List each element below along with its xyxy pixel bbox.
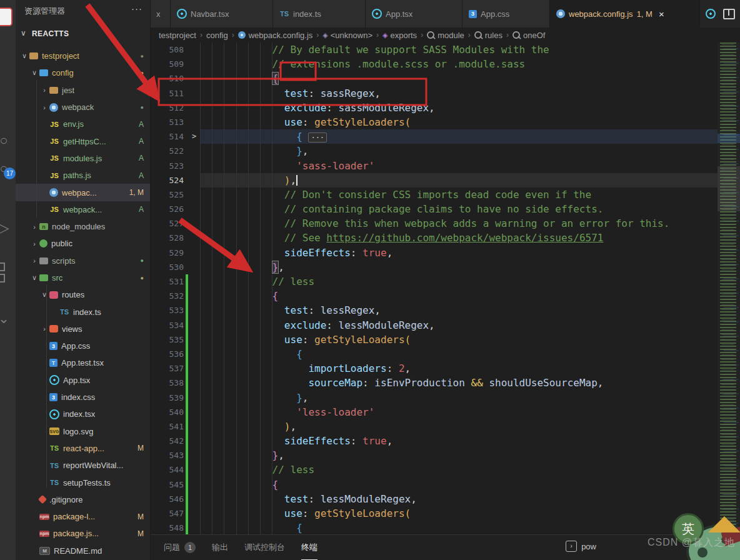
mascot-hat bbox=[708, 516, 740, 532]
extensions-icon[interactable] bbox=[0, 262, 5, 271]
src-file-icon bbox=[39, 274, 48, 281]
panel-tab-label: 调试控制台 bbox=[244, 542, 285, 553]
panel-tab-终端[interactable]: 终端 bbox=[301, 535, 318, 560]
search-icon[interactable]: ○ bbox=[0, 131, 13, 150]
tree-item-scripts[interactable]: ›scripts● bbox=[16, 252, 150, 269]
breadcrumb-item--unknown-[interactable]: ◈<unknown> bbox=[322, 31, 372, 40]
tree-item-app-test-tsx[interactable]: TApp.test.tsx bbox=[16, 354, 150, 371]
fold-column bbox=[188, 231, 200, 245]
tree-item-views[interactable]: ›views bbox=[16, 321, 150, 338]
line-number: 544 bbox=[150, 462, 184, 477]
code-line-510: 510 { bbox=[150, 71, 740, 86]
workspace-section-header[interactable]: ∨ REACTTS bbox=[16, 26, 150, 42]
code-line-531: 531 // less bbox=[150, 274, 740, 289]
panel-tab-问题[interactable]: 问题1 bbox=[164, 535, 196, 560]
code-line-532: 532 { bbox=[150, 289, 740, 303]
breadcrumb-item-config[interactable]: config bbox=[206, 31, 228, 40]
tab-bar: xNavbar.tsxTSindex.tsApp.tsx3App.csswebp… bbox=[150, 0, 740, 28]
breadcrumb-label: config bbox=[206, 31, 228, 40]
code-line-545: 545 { bbox=[150, 478, 740, 492]
terminal-launch-icon[interactable]: › bbox=[566, 541, 577, 552]
js-file-icon: JS bbox=[49, 120, 59, 129]
minimap-slider[interactable] bbox=[718, 166, 740, 211]
breadcrumb-item-exports[interactable]: ◈exports bbox=[382, 31, 417, 40]
code-line-541: 541 ), bbox=[150, 419, 740, 434]
tab-x[interactable]: x bbox=[150, 0, 171, 28]
breadcrumb-item-webpack-config-js[interactable]: webpack.config.js bbox=[238, 31, 313, 40]
tree-item-readme-md[interactable]: MREADME.md bbox=[16, 542, 150, 559]
tree-item-public[interactable]: ›public bbox=[16, 235, 150, 252]
scripts-file-icon bbox=[39, 258, 48, 264]
md-file-icon: M bbox=[39, 547, 50, 555]
bookmark-icon[interactable]: ⌄ bbox=[0, 309, 13, 328]
tab-app-tsx[interactable]: App.tsx bbox=[366, 0, 462, 28]
tree-item-index-css[interactable]: 3index.css bbox=[16, 389, 150, 406]
tree-item-index-ts[interactable]: TSindex.ts bbox=[16, 303, 150, 320]
chevron-icon: › bbox=[41, 104, 48, 111]
breadcrumb-label: exports bbox=[390, 31, 417, 40]
tree-item-index-tsx[interactable]: index.tsx bbox=[16, 406, 150, 422]
breadcrumb-item-module[interactable]: module bbox=[427, 31, 464, 40]
close-icon[interactable]: × bbox=[659, 9, 664, 19]
panel-tab-输出[interactable]: 输出 bbox=[212, 535, 228, 560]
tree-item-setuptests-ts[interactable]: TSsetupTests.ts bbox=[16, 474, 150, 491]
tree-item-label: reportWebVital... bbox=[63, 461, 123, 470]
more-actions-icon[interactable]: ··· bbox=[131, 3, 142, 14]
panel-tab-调试控制台[interactable]: 调试控制台 bbox=[244, 535, 285, 560]
ts-file-icon: TS bbox=[59, 308, 69, 316]
fold-chevron-icon[interactable]: > bbox=[188, 129, 200, 144]
code-line-539: 539 }, bbox=[150, 391, 740, 405]
tab-index-ts[interactable]: TSindex.ts bbox=[273, 0, 366, 28]
breadcrumb-item-testproject[interactable]: testproject bbox=[159, 31, 196, 40]
tab-app-css[interactable]: 3App.css bbox=[462, 0, 550, 28]
tree-item-node-modules[interactable]: ›nnode_modules bbox=[16, 218, 150, 235]
git-status-badge: A bbox=[139, 171, 144, 180]
tree-item-reportwebvital-[interactable]: TSreportWebVital... bbox=[16, 457, 150, 474]
code-line-527: 527 // Remove this when webpack adds a w… bbox=[150, 216, 740, 231]
line-number: 537 bbox=[150, 361, 184, 376]
tree-item-logo-svg[interactable]: SVGlogo.svg bbox=[16, 423, 150, 440]
git-status-badge: A bbox=[139, 205, 144, 214]
tree-item-package-js-[interactable]: npmpackage.js...M bbox=[16, 525, 150, 542]
editor[interactable]: 508 // By default we support SASS Module… bbox=[150, 42, 740, 534]
tab-webpack-config-js[interactable]: webpack.config.js1, M× bbox=[550, 0, 700, 28]
tab-navbar-tsx[interactable]: Navbar.tsx bbox=[171, 0, 273, 28]
code-text: { bbox=[200, 521, 740, 534]
tree-item-src[interactable]: ∨src● bbox=[16, 269, 150, 286]
tree-item-label: App.tsx bbox=[63, 376, 90, 385]
code-text: sideEffects: true, bbox=[200, 434, 740, 448]
code-line-548: 548 { bbox=[150, 521, 740, 534]
line-number: 529 bbox=[150, 246, 184, 260]
run-debug-icon[interactable]: ▷ bbox=[0, 219, 13, 238]
breadcrumb-label: module bbox=[438, 31, 464, 40]
code-text: // less bbox=[200, 274, 740, 289]
line-number: 513 bbox=[150, 115, 184, 129]
chevron-icon: › bbox=[41, 86, 48, 94]
tree-item-config[interactable]: ∨config● bbox=[16, 64, 150, 81]
line-number: 548 bbox=[150, 521, 184, 534]
line-number: 531 bbox=[150, 274, 184, 289]
fold-column bbox=[188, 188, 200, 202]
tree-item-app-css[interactable]: 3App.css bbox=[16, 338, 150, 354]
tree-item-testproject[interactable]: ∨testproject● bbox=[16, 48, 150, 64]
line-number: 522 bbox=[150, 144, 184, 158]
breadcrumb-item-rules[interactable]: rules bbox=[474, 31, 502, 40]
react-file-icon bbox=[49, 409, 59, 419]
react-action-icon[interactable] bbox=[706, 9, 716, 19]
tree-item-label: testproject bbox=[42, 51, 79, 61]
react-file-icon bbox=[177, 9, 187, 19]
breadcrumb-item-oneof[interactable]: oneOf bbox=[512, 31, 545, 40]
code-text: use: getStyleLoaders( bbox=[200, 115, 740, 129]
tab-label: App.css bbox=[481, 9, 509, 19]
tree-item-label: scripts bbox=[52, 256, 76, 266]
minimap[interactable] bbox=[718, 42, 740, 534]
tree-item-routes[interactable]: ∨routes bbox=[16, 286, 150, 303]
tree-item-react-app-[interactable]: TSreact-app...M bbox=[16, 440, 150, 457]
routes-file-icon bbox=[49, 291, 58, 299]
tree-item-app-tsx[interactable]: App.tsx bbox=[16, 372, 150, 389]
tree-item--gitignore[interactable]: .gitignore bbox=[16, 491, 150, 508]
split-editor-icon[interactable] bbox=[723, 9, 735, 19]
git-modified-dot: ● bbox=[141, 87, 144, 93]
tree-item-package-l-[interactable]: npmpackage-l...M bbox=[16, 508, 150, 525]
tree-item-label: getHttpsC... bbox=[63, 137, 106, 146]
